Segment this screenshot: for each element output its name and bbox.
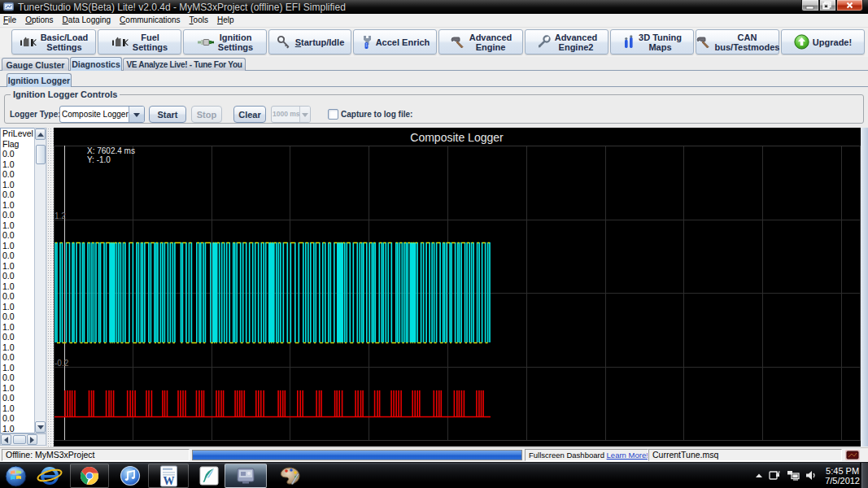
interval-combobox: 1000 ms (271, 106, 311, 123)
accel-enrich-button[interactable]: Accel Enrich (353, 29, 437, 54)
capture-checkbox[interactable] (328, 109, 338, 120)
chart-right-edge (861, 128, 868, 447)
menu-communications[interactable]: Communications (116, 14, 185, 27)
upgrade-button[interactable]: Upgrade! (781, 29, 865, 54)
signal-list-row[interactable]: 0.0 (1, 251, 34, 261)
signal-list-row[interactable]: 1.0 (1, 322, 34, 333)
maximize-button[interactable] (819, 0, 836, 11)
signal-list-row[interactable]: 1.0 (1, 180, 34, 190)
list-horizontal-scrollbar[interactable] (0, 434, 46, 446)
show-desktop-button[interactable] (860, 463, 868, 488)
toolbar-button-label: Upgrade! (813, 37, 852, 47)
horizontal-scroll-thumb[interactable] (13, 435, 26, 444)
toolbar-button-label: Ignition Settings (218, 33, 253, 52)
fuel-pump-icon (111, 36, 129, 49)
progress-bar (192, 450, 522, 460)
volume-icon[interactable] (805, 470, 817, 482)
list-vertical-scrollbar[interactable] (34, 128, 46, 434)
combo-arrow-icon[interactable] (129, 107, 144, 122)
signal-list-row[interactable]: 1.0 (1, 383, 34, 394)
3d-tuning-maps-button[interactable]: 3D Tuning Maps (610, 29, 694, 54)
menu-file[interactable]: File (0, 14, 21, 27)
signal-list-row[interactable]: 0.0 (1, 149, 34, 159)
menu-tools[interactable]: Tools (185, 14, 212, 27)
signal-list-row[interactable]: 0.0 (1, 393, 34, 403)
signal-list-row[interactable]: PriLevel (1, 129, 34, 139)
signal-list-row[interactable]: 0.0 (1, 352, 34, 363)
ecu-icon[interactable] (844, 449, 861, 461)
can-bus-testmodes-button[interactable]: CAN bus/Testmodes (696, 29, 779, 54)
advanced-engine2-button[interactable]: Advanced Engine2 (525, 29, 608, 54)
word-icon[interactable]: W (148, 464, 189, 488)
signal-list-row[interactable]: 0.0 (1, 332, 34, 342)
ignition-settings-button[interactable]: Ignition Settings (183, 29, 267, 54)
signal-list-row[interactable]: 1.0 (1, 220, 34, 231)
tab-gauge-cluster[interactable]: Gauge Cluster (2, 58, 69, 71)
signal-list-row[interactable]: 1.0 (1, 403, 34, 414)
logger-type-value: Composite Logger (60, 107, 129, 122)
signal-list-row[interactable]: 0.0 (1, 271, 34, 281)
active-window-icon[interactable] (225, 464, 267, 488)
start-button[interactable]: Start (149, 106, 186, 123)
title-bar: TunerStudio MS(Beta) Lite! v2.0.4d - MyM… (0, 0, 868, 14)
signal-list-row[interactable]: 1.0 (1, 424, 34, 434)
signal-list-row[interactable]: 1.0 (1, 342, 34, 353)
start-orb-icon[interactable] (3, 464, 28, 488)
signal-list[interactable]: PriLevelFlag0.01.00.01.00.01.00.01.00.01… (0, 128, 34, 434)
signal-list-row[interactable]: 1.0 (1, 261, 34, 272)
hardware-icon[interactable] (769, 469, 781, 482)
signal-list-row[interactable]: 0.0 (1, 190, 34, 200)
menu-bar: FileOptionsData LoggingCommunicationsToo… (0, 14, 868, 28)
spark-plug-icon (197, 37, 215, 47)
close-button[interactable] (836, 0, 863, 11)
tab-ve-analyze-live-tune-for-you[interactable]: VE Analyze Live! - Tune For You (123, 58, 246, 71)
signal-list-row[interactable]: 0.0 (1, 373, 34, 383)
signal-list-row[interactable]: 0.0 (1, 210, 34, 220)
advanced-engine-button[interactable]: Advanced Engine (438, 29, 523, 54)
startup-idle-button[interactable]: Startup/Idle (268, 29, 351, 54)
scroll-left-icon[interactable] (1, 434, 11, 445)
itunes-icon[interactable] (114, 464, 146, 488)
signal-list-row[interactable]: 0.0 (1, 413, 34, 424)
toolbar: Basic/Load SettingsFuel SettingsIgnition… (0, 28, 868, 57)
clear-button[interactable]: Clear (233, 106, 266, 123)
scroll-up-icon[interactable] (35, 129, 46, 140)
composite-logger-chart[interactable]: Composite LoggerX: 7602.4 msY: -1.01.2-0… (54, 128, 861, 447)
minimize-button[interactable] (801, 0, 819, 11)
cursor-x-readout: X: 7602.4 ms (87, 146, 135, 155)
signal-list-row[interactable]: 1.0 (1, 241, 34, 251)
hammer-icon (450, 35, 466, 49)
menu-data-logging[interactable]: Data Logging (58, 14, 116, 27)
signal-list-row[interactable]: 1.0 (1, 363, 34, 373)
tray-expand-icon[interactable] (755, 471, 763, 481)
internet-explorer-icon[interactable] (34, 464, 65, 488)
fuel-settings-button[interactable]: Fuel Settings (98, 29, 181, 54)
basic-load-settings-button[interactable]: Basic/Load Settings (11, 29, 96, 54)
signal-list-row[interactable]: 1.0 (1, 159, 34, 170)
signal-list-row[interactable]: 0.0 (1, 312, 34, 322)
network-icon[interactable] (787, 470, 800, 482)
signal-list-row[interactable]: 0.0 (1, 169, 34, 180)
splitter-handle[interactable] (46, 128, 54, 447)
palette-icon[interactable] (272, 464, 308, 488)
tab-diagnostics[interactable]: Diagnostics (70, 57, 122, 71)
chrome-icon[interactable] (70, 464, 109, 488)
logger-type-combobox[interactable]: Composite Logger (59, 106, 145, 123)
signal-list-row[interactable]: 1.0 (1, 281, 34, 292)
signal-list-row[interactable]: 0.0 (1, 291, 34, 302)
scroll-down-icon[interactable] (35, 421, 46, 433)
menu-help[interactable]: Help (212, 14, 238, 27)
signal-list-row[interactable]: Flag (1, 139, 34, 150)
stop-button: Stop (191, 106, 222, 123)
signal-list-row[interactable]: 1.0 (1, 302, 34, 312)
feather-icon[interactable] (194, 464, 225, 488)
subtab-ignition-logger[interactable]: Ignition Logger (7, 73, 72, 87)
signal-list-row[interactable]: 0.0 (1, 230, 34, 241)
menu-options[interactable]: Options (21, 14, 58, 27)
learn-more-link[interactable]: Learn More! (607, 451, 648, 460)
scroll-right-icon[interactable] (27, 434, 37, 445)
logger-type-label: Logger Type: (10, 110, 61, 119)
taskbar-clock[interactable]: 5:45 PM 7/5/2012 (825, 466, 860, 486)
signal-list-row[interactable]: 1.0 (1, 200, 34, 211)
vertical-scroll-thumb[interactable] (36, 145, 46, 164)
